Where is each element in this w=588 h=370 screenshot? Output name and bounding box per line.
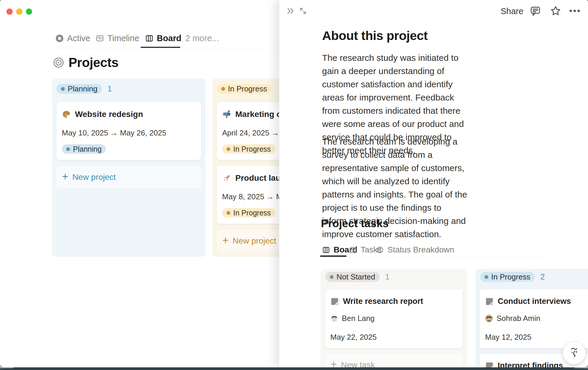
- mailbox-emoji: [222, 110, 231, 119]
- new-task-button[interactable]: + New task: [325, 353, 463, 367]
- board-columns-icon: [145, 34, 154, 43]
- view-tab-label: 2 more...: [185, 34, 219, 43]
- zoom-window-button[interactable]: [26, 9, 32, 15]
- page-icon: [485, 297, 494, 306]
- target-page-icon[interactable]: [53, 57, 64, 68]
- ai-face-icon: [567, 346, 581, 360]
- card-date-range: May 10, 2025 → May 26, 2025: [62, 128, 196, 138]
- task-card-conduct-interviews[interactable]: Conduct interviews Sohrab Amin May 12, 2…: [479, 289, 588, 349]
- column-name: Planning: [68, 84, 97, 93]
- view-tabs-divider: [51, 48, 283, 48]
- view-tab-label: Timeline: [107, 34, 139, 43]
- expand-page-icon[interactable]: [299, 6, 307, 15]
- close-window-button[interactable]: [6, 9, 13, 15]
- circled-star-icon: [55, 34, 64, 43]
- card-status-chip: In Progress: [222, 144, 275, 154]
- assignee-name: Sohrab Amin: [497, 314, 540, 323]
- column-status-pill-in-progress[interactable]: In Progress: [480, 272, 535, 282]
- share-button[interactable]: Share: [501, 6, 523, 16]
- board-column-planning: Planning 1 Website redesign May 10, 2025…: [52, 78, 206, 257]
- table-icon: [349, 246, 357, 254]
- timeline-icon: [96, 34, 104, 43]
- view-tab-timeline[interactable]: Timeline: [96, 32, 139, 44]
- card-status-chip: Planning: [62, 144, 106, 154]
- status-pie-icon: [376, 246, 384, 254]
- section-heading-tasks: Project tasks: [321, 217, 389, 230]
- board-columns-icon: [322, 246, 330, 254]
- status-dot: [221, 87, 225, 91]
- task-due-date: May 22, 2025: [330, 333, 457, 342]
- palette-emoji: [62, 110, 71, 119]
- column-count: 1: [107, 84, 112, 93]
- section-heading-about: About this project: [322, 29, 428, 43]
- card-status-chip: In Progress: [222, 208, 275, 217]
- card-title-text: Product lau: [235, 173, 281, 183]
- status-dot: [226, 147, 230, 151]
- minimize-window-button[interactable]: [16, 9, 22, 15]
- task-title-text: Conduct interviews: [498, 297, 571, 306]
- view-tab-label: Active: [67, 34, 90, 43]
- status-dot: [61, 87, 65, 91]
- view-tab-more[interactable]: 2 more...: [185, 32, 219, 44]
- view-tab-board[interactable]: Board: [145, 32, 181, 44]
- status-dot: [66, 147, 70, 151]
- notion-ai-button[interactable]: [563, 341, 586, 364]
- column-status-pill-not-started[interactable]: Not Started: [325, 272, 380, 282]
- column-status-pill-planning[interactable]: Planning: [56, 84, 102, 94]
- card-title-text: Website redesign: [75, 110, 143, 119]
- tasks-view-tab-status-breakdown[interactable]: Status Breakdown: [376, 244, 454, 255]
- column-count: 1: [385, 272, 390, 282]
- tasks-board: Not Started 1 Write research report: [321, 269, 588, 367]
- card-title-text: Marketing c: [235, 110, 281, 119]
- avatar-sohrab-amin: [485, 314, 493, 322]
- column-name: Not Started: [337, 272, 375, 282]
- task-title-text: Write research report: [343, 297, 423, 306]
- favorite-star-icon[interactable]: [549, 5, 562, 17]
- task-card-write-research-report[interactable]: Write research report Ben Lang May 22, 2…: [325, 289, 463, 349]
- avatar-ben-lang: [330, 314, 338, 322]
- app-window: Active Timeline Board 2 more...: [0, 0, 588, 367]
- column-name: In Progress: [491, 272, 530, 282]
- window-controls: [6, 9, 32, 15]
- close-peek-icon[interactable]: [286, 6, 295, 16]
- comments-icon[interactable]: [529, 5, 541, 17]
- column-name: In Progress: [228, 84, 267, 93]
- rocket-emoji: [222, 174, 231, 183]
- project-card-website-redesign[interactable]: Website redesign May 10, 2025 → May 26, …: [56, 102, 201, 160]
- page-icon: [330, 297, 339, 306]
- side-peek-panel: Share ••• About this project The researc…: [279, 0, 588, 367]
- column-count: 2: [540, 272, 545, 282]
- status-dot: [330, 275, 334, 279]
- task-title-text: Interpret findings: [498, 361, 563, 367]
- task-due-date: May 12, 2025: [485, 333, 588, 342]
- more-options-icon[interactable]: •••: [569, 6, 581, 16]
- new-project-button[interactable]: + New project: [56, 165, 201, 189]
- view-tabs-divider: [320, 257, 544, 257]
- page-title: Projects: [69, 55, 119, 70]
- assignee-name: Ben Lang: [342, 314, 374, 323]
- screen: Active Timeline Board 2 more...: [0, 0, 588, 370]
- status-dot: [226, 211, 230, 215]
- status-dot: [484, 275, 488, 279]
- task-column-not-started: Not Started 1 Write research report: [321, 269, 467, 367]
- view-tab-active[interactable]: Active: [55, 32, 90, 44]
- page-icon: [485, 361, 494, 368]
- column-status-pill-in-progress[interactable]: In Progress: [217, 84, 271, 94]
- view-tab-label: Board: [157, 34, 181, 43]
